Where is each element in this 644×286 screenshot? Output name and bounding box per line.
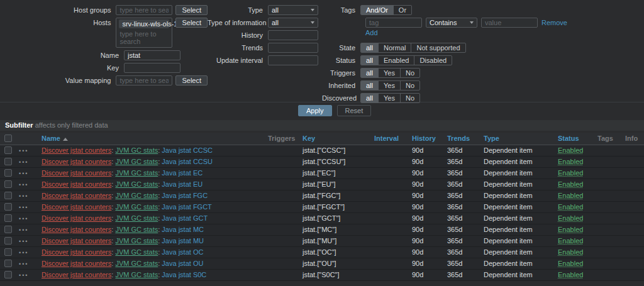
- discovery-rule-link[interactable]: Discover jstat counters: [42, 237, 111, 245]
- row-checkbox[interactable]: [4, 203, 12, 211]
- item-status-link[interactable]: Enabled: [558, 146, 583, 154]
- context-menu-icon[interactable]: •••: [19, 238, 28, 245]
- context-menu-icon[interactable]: •••: [19, 216, 28, 222]
- column-header-interval[interactable]: Interval: [372, 133, 409, 145]
- update-interval-input[interactable]: [268, 55, 318, 65]
- status-option-enabled[interactable]: Enabled: [378, 56, 414, 65]
- status-option-disabled[interactable]: Disabled: [414, 56, 452, 65]
- template-link[interactable]: JVM GC stats: [115, 192, 158, 199]
- row-checkbox[interactable]: [4, 237, 12, 245]
- item-name-link[interactable]: Java jstat MC: [162, 226, 204, 233]
- context-menu-icon[interactable]: •••: [19, 227, 28, 233]
- discovery-rule-link[interactable]: Discover jstat counters: [42, 271, 111, 278]
- template-link[interactable]: JVM GC stats: [115, 248, 158, 256]
- history-input[interactable]: [268, 30, 318, 40]
- column-header-name[interactable]: Name: [42, 135, 60, 142]
- tag-remove-link[interactable]: Remove: [541, 19, 567, 26]
- item-status-link[interactable]: Enabled: [558, 192, 583, 199]
- inherited-option-yes[interactable]: Yes: [378, 81, 400, 90]
- discovery-rule-link[interactable]: Discover jstat counters: [42, 203, 111, 211]
- discovery-rule-link[interactable]: Discover jstat counters: [42, 169, 111, 177]
- state-option-all[interactable]: all: [361, 43, 378, 52]
- value-mapping-select-button[interactable]: Select: [175, 75, 208, 85]
- type-of-information-select[interactable]: all: [268, 18, 318, 28]
- item-name-link[interactable]: Java jstat CCSU: [162, 158, 213, 165]
- hosts-search-placeholder[interactable]: type here to search: [119, 28, 169, 45]
- row-checkbox[interactable]: [4, 214, 12, 222]
- column-header-trends[interactable]: Trends: [445, 133, 481, 145]
- context-menu-icon[interactable]: •••: [19, 193, 28, 199]
- item-status-link[interactable]: Enabled: [558, 203, 583, 211]
- context-menu-icon[interactable]: •••: [19, 148, 28, 154]
- template-link[interactable]: JVM GC stats: [115, 169, 158, 177]
- discovered-option-yes[interactable]: Yes: [378, 94, 400, 102]
- template-link[interactable]: JVM GC stats: [115, 237, 158, 245]
- inherited-option-no[interactable]: No: [400, 81, 419, 90]
- discovered-option-no[interactable]: No: [400, 94, 419, 102]
- discovery-rule-link[interactable]: Discover jstat counters: [42, 180, 111, 188]
- value-mapping-input[interactable]: [116, 75, 172, 85]
- item-status-link[interactable]: Enabled: [558, 158, 583, 165]
- item-status-link[interactable]: Enabled: [558, 226, 583, 233]
- column-header-status[interactable]: Status: [555, 133, 595, 145]
- context-menu-icon[interactable]: •••: [19, 272, 28, 278]
- template-link[interactable]: JVM GC stats: [115, 271, 158, 278]
- row-checkbox[interactable]: [4, 226, 12, 233]
- context-menu-icon[interactable]: •••: [19, 182, 28, 188]
- template-link[interactable]: JVM GC stats: [115, 180, 158, 188]
- key-input[interactable]: [124, 63, 180, 73]
- type-select[interactable]: all: [268, 5, 318, 15]
- item-name-link[interactable]: Java jstat FGC: [162, 192, 208, 199]
- template-link[interactable]: JVM GC stats: [115, 226, 158, 233]
- triggers-option-no[interactable]: No: [400, 69, 419, 77]
- item-name-link[interactable]: Java jstat MU: [162, 237, 204, 245]
- item-status-link[interactable]: Enabled: [558, 169, 583, 177]
- item-status-link[interactable]: Enabled: [558, 248, 583, 256]
- template-link[interactable]: JVM GC stats: [115, 158, 158, 165]
- discovery-rule-link[interactable]: Discover jstat counters: [42, 226, 111, 233]
- tag-name-input[interactable]: [365, 18, 422, 28]
- row-checkbox[interactable]: [4, 260, 12, 267]
- item-name-link[interactable]: Java jstat EU: [162, 180, 203, 188]
- row-checkbox[interactable]: [4, 169, 12, 177]
- row-checkbox[interactable]: [4, 271, 12, 278]
- discovery-rule-link[interactable]: Discover jstat counters: [42, 248, 111, 256]
- discovery-rule-link[interactable]: Discover jstat counters: [42, 146, 111, 154]
- name-input[interactable]: [124, 50, 180, 60]
- hosts-chip[interactable]: srv-linux-wls-ols-1 ×: [119, 19, 169, 28]
- discovery-rule-link[interactable]: Discover jstat counters: [42, 158, 111, 165]
- column-header-key[interactable]: Key: [300, 133, 372, 145]
- status-option-all[interactable]: all: [361, 56, 378, 65]
- hosts-multiselect[interactable]: srv-linux-wls-ols-1 × type here to searc…: [116, 18, 172, 48]
- template-link[interactable]: JVM GC stats: [115, 203, 158, 211]
- discovery-rule-link[interactable]: Discover jstat counters: [42, 192, 111, 199]
- item-name-link[interactable]: Java jstat GCT: [162, 214, 208, 222]
- item-name-link[interactable]: Java jstat EC: [162, 169, 203, 177]
- template-link[interactable]: JVM GC stats: [115, 146, 158, 154]
- host-groups-select-button[interactable]: Select: [175, 5, 208, 15]
- template-link[interactable]: JVM GC stats: [115, 260, 158, 267]
- item-name-link[interactable]: Java jstat OU: [162, 260, 203, 267]
- discovered-option-all[interactable]: all: [361, 94, 378, 102]
- item-status-link[interactable]: Enabled: [558, 180, 583, 188]
- row-checkbox[interactable]: [4, 192, 12, 199]
- state-option-not-supported[interactable]: Not supported: [411, 43, 465, 52]
- context-menu-icon[interactable]: •••: [19, 159, 28, 165]
- hosts-select-button[interactable]: Select: [175, 18, 208, 28]
- item-status-link[interactable]: Enabled: [558, 260, 583, 267]
- item-status-link[interactable]: Enabled: [558, 271, 583, 278]
- tag-add-link[interactable]: Add: [365, 29, 378, 36]
- host-groups-input[interactable]: [116, 5, 172, 15]
- apply-button[interactable]: Apply: [298, 105, 332, 116]
- discovery-rule-link[interactable]: Discover jstat counters: [42, 260, 111, 267]
- trends-input[interactable]: [268, 43, 318, 53]
- tag-operator-select[interactable]: Contains: [426, 18, 477, 28]
- item-name-link[interactable]: Java jstat CCSC: [162, 146, 213, 154]
- context-menu-icon[interactable]: •••: [19, 170, 28, 177]
- tags-mode-or[interactable]: Or: [393, 6, 411, 14]
- triggers-option-yes[interactable]: Yes: [378, 69, 400, 77]
- tags-mode-andor[interactable]: And/Or: [361, 6, 393, 14]
- item-status-link[interactable]: Enabled: [558, 214, 583, 222]
- discovery-rule-link[interactable]: Discover jstat counters: [42, 214, 111, 222]
- column-header-type[interactable]: Type: [481, 133, 555, 145]
